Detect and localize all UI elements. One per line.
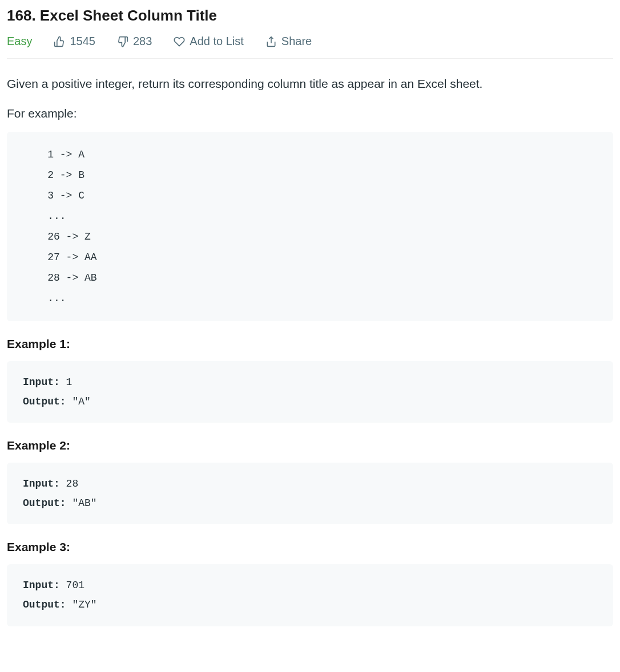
add-to-list-label: Add to List bbox=[190, 35, 244, 48]
input-value: 701 bbox=[60, 580, 84, 591]
example-block: Input: 1 Output: "A" bbox=[7, 361, 613, 423]
meta-row: Easy 1545 283 Add to List Share bbox=[7, 35, 613, 59]
example-block: Input: 28 Output: "AB" bbox=[7, 463, 613, 524]
dislike-button[interactable]: 283 bbox=[117, 35, 152, 48]
input-value: 1 bbox=[60, 377, 73, 388]
example-heading: Example 2: bbox=[7, 439, 613, 452]
share-icon bbox=[265, 36, 277, 47]
example-block: Input: 701 Output: "ZY" bbox=[7, 564, 613, 626]
input-value: 28 bbox=[60, 478, 78, 489]
input-label: Input: bbox=[23, 580, 60, 591]
example-heading: Example 3: bbox=[7, 540, 613, 554]
add-to-list-button[interactable]: Add to List bbox=[174, 35, 244, 48]
mapping-code-block: 1 -> A 2 -> B 3 -> C ... 26 -> Z 27 -> A… bbox=[7, 132, 613, 321]
share-label: Share bbox=[281, 35, 312, 48]
output-value: "A" bbox=[66, 396, 91, 407]
for-example-label: For example: bbox=[7, 107, 613, 120]
example-heading: Example 1: bbox=[7, 337, 613, 351]
input-label: Input: bbox=[23, 377, 60, 388]
output-label: Output: bbox=[23, 497, 66, 509]
like-button[interactable]: 1545 bbox=[54, 35, 95, 48]
problem-title: 168. Excel Sheet Column Title bbox=[7, 7, 613, 25]
output-label: Output: bbox=[23, 599, 66, 610]
dislike-count: 283 bbox=[133, 35, 152, 48]
difficulty-badge: Easy bbox=[7, 35, 32, 48]
thumbs-up-icon bbox=[54, 36, 65, 47]
problem-description: Given a positive integer, return its cor… bbox=[7, 75, 613, 93]
like-count: 1545 bbox=[70, 35, 95, 48]
heart-icon bbox=[174, 36, 185, 47]
share-button[interactable]: Share bbox=[265, 35, 312, 48]
output-value: "ZY" bbox=[66, 599, 97, 610]
thumbs-down-icon bbox=[117, 36, 128, 47]
output-value: "AB" bbox=[66, 497, 97, 509]
input-label: Input: bbox=[23, 478, 60, 489]
output-label: Output: bbox=[23, 396, 66, 407]
